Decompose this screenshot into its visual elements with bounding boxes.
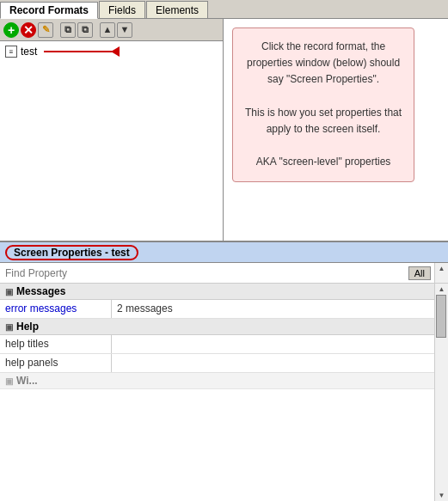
callout-box: Click the record format, the properties … (232, 27, 414, 182)
prop-row-help-titles: help titles (0, 335, 434, 354)
section-toggle-messages: ▣ (5, 287, 13, 296)
remove-button[interactable]: ✕ (21, 22, 36, 38)
copy-button[interactable]: ⧉ (60, 22, 76, 38)
properties-title: Screen Properties - test (5, 245, 138, 260)
right-panel: Click the record format, the properties … (224, 19, 448, 241)
find-bar: All ▲ (0, 263, 448, 284)
prop-row-help-panels: help panels (0, 354, 434, 373)
lower-panel: Screen Properties - test All ▲ ▣ Message… (0, 242, 448, 501)
find-property-input[interactable] (0, 266, 408, 281)
paste-button[interactable]: ⧉ (77, 22, 93, 38)
tab-elements[interactable]: Elements (146, 1, 208, 18)
prop-value-help-panels (112, 354, 434, 372)
prop-name-help-panels: help panels (0, 354, 112, 372)
add-button[interactable]: + (3, 22, 19, 38)
section-header-help[interactable]: ▣ Help (0, 319, 434, 335)
record-item-test[interactable]: ≡ test (3, 45, 219, 58)
section-label-messages: Messages (16, 285, 65, 297)
vertical-scrollbar[interactable]: ▲ ▼ (434, 284, 448, 501)
record-list: ≡ test (0, 41, 223, 241)
find-all-button[interactable]: All (408, 266, 431, 280)
section-toggle-partial: ▣ (5, 376, 13, 386)
prop-value-error-messages: 2 messages (112, 300, 434, 318)
scrollbar-up-area[interactable]: ▲ (434, 263, 448, 283)
scroll-down-button[interactable]: ▼ (437, 490, 447, 501)
scroll-up-icon[interactable]: ▲ (439, 265, 445, 272)
record-name: test (21, 46, 37, 58)
record-icon: ≡ (5, 46, 17, 58)
section-label-help: Help (16, 321, 39, 333)
toolbar: + ✕ ✎ ⧉ ⧉ ▲ ▼ (0, 19, 223, 41)
upper-panel: + ✕ ✎ ⧉ ⧉ ▲ ▼ ≡ test (0, 19, 448, 242)
scroll-track (435, 295, 448, 490)
callout-text: Click the record format, the properties … (245, 40, 402, 168)
main-container: Record Formats Fields Elements + ✕ ✎ ⧉ ⧉… (0, 0, 448, 501)
scroll-up-button[interactable]: ▲ (437, 284, 447, 295)
edit-button[interactable]: ✎ (38, 22, 53, 38)
red-arrow (44, 46, 120, 57)
section-label-partial: Wi... (16, 375, 38, 387)
prop-name-error-messages[interactable]: error messages (0, 300, 112, 318)
move-up-button[interactable]: ▲ (100, 22, 115, 38)
prop-name-help-titles: help titles (0, 335, 112, 353)
left-panel: + ✕ ✎ ⧉ ⧉ ▲ ▼ ≡ test (0, 19, 224, 241)
section-toggle-help: ▣ (5, 322, 13, 332)
tab-fields[interactable]: Fields (99, 1, 145, 18)
section-header-messages[interactable]: ▣ Messages (0, 284, 434, 300)
section-header-partial: ▣ Wi... (0, 373, 434, 389)
properties-content: ▣ Messages error messages 2 messages ▣ H… (0, 284, 448, 501)
prop-row-error-messages: error messages 2 messages (0, 300, 434, 319)
tab-record-formats[interactable]: Record Formats (0, 2, 98, 19)
properties-header: Screen Properties - test (0, 242, 448, 263)
move-down-button[interactable]: ▼ (117, 22, 132, 38)
tab-bar: Record Formats Fields Elements (0, 0, 448, 19)
scroll-thumb[interactable] (436, 295, 446, 338)
prop-value-help-titles (112, 335, 434, 353)
